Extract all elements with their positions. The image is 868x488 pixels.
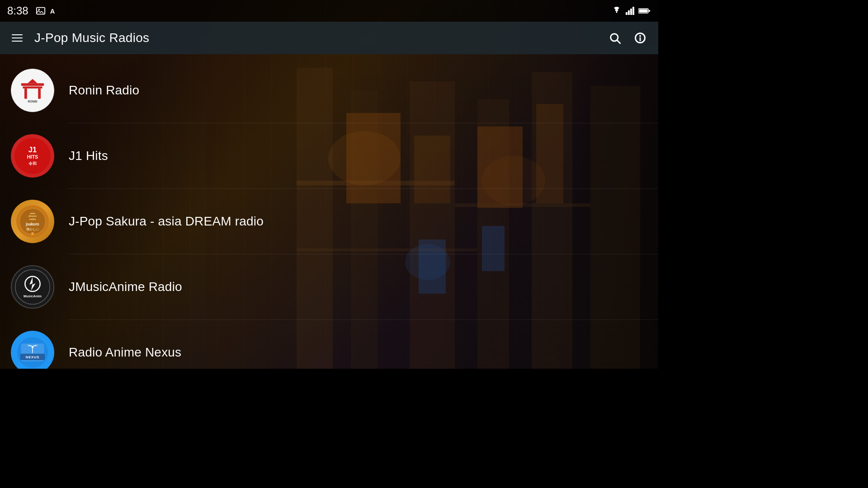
radio-item-jmusic[interactable]: MusicAnim JMusicAnime Radio [0, 254, 658, 319]
menu-line-1 [12, 34, 23, 35]
svg-text:asia: asia [30, 212, 35, 215]
radio-list: RONIN Ronin Radio J1 HITS 令和 J1 Hits [0, 54, 658, 369]
svg-rect-28 [649, 10, 650, 12]
avatar-nexus: NEXUS [11, 331, 54, 369]
text-icon: A [48, 6, 58, 16]
radio-item-ronin[interactable]: RONIN Ronin Radio [0, 58, 658, 123]
status-icons-left: A [36, 6, 58, 16]
svg-rect-23 [628, 10, 630, 15]
wifi-icon [611, 6, 622, 15]
svg-rect-37 [24, 89, 27, 99]
status-time: 8:38 [7, 5, 28, 17]
svg-point-51 [31, 232, 34, 235]
svg-text:dream: dream [28, 215, 37, 217]
svg-text:HITS: HITS [27, 154, 38, 160]
avatar-j1hits: J1 HITS 令和 [11, 134, 54, 178]
svg-point-60 [32, 347, 33, 348]
svg-text:jsakuro: jsakuro [25, 222, 39, 226]
svg-rect-35 [21, 83, 44, 86]
svg-rect-25 [632, 7, 634, 15]
status-bar-right [611, 6, 651, 15]
app-title: J-Pop Music Radios [34, 31, 604, 45]
svg-line-30 [617, 40, 620, 43]
signal-icon [626, 6, 635, 15]
info-button[interactable] [629, 27, 651, 49]
svg-text:RONIN: RONIN [28, 100, 38, 103]
avatar-sakura: asia dream radio jsakuro 懐かしい [11, 200, 54, 243]
app-bar-actions [604, 27, 651, 49]
menu-line-2 [12, 38, 23, 38]
menu-line-3 [12, 41, 23, 42]
svg-rect-27 [639, 9, 648, 13]
svg-text:懐かしい: 懐かしい [26, 227, 39, 231]
svg-point-20 [38, 9, 40, 10]
search-button[interactable] [604, 27, 626, 49]
svg-text:A: A [50, 8, 55, 15]
search-icon [609, 32, 621, 44]
radio-name-j1hits: J1 Hits [69, 149, 108, 163]
radio-name-nexus: Radio Anime Nexus [69, 345, 181, 360]
svg-rect-36 [23, 86, 42, 88]
svg-text:令和: 令和 [28, 161, 37, 166]
radio-name-sakura: J-Pop Sakura - asia DREAM radio [69, 214, 264, 229]
battery-icon [638, 7, 651, 15]
menu-button[interactable] [7, 28, 27, 48]
avatar-jmusic: MusicAnim [11, 265, 54, 309]
svg-text:J1: J1 [28, 145, 37, 154]
radio-name-jmusic: JMusicAnime Radio [69, 280, 182, 294]
app-bar: J-Pop Music Radios [0, 22, 658, 54]
status-bar: 8:38 A [0, 0, 658, 22]
svg-text:MusicAnim: MusicAnim [24, 294, 42, 298]
radio-item-j1hits[interactable]: J1 HITS 令和 J1 Hits [0, 123, 658, 188]
svg-rect-24 [630, 9, 632, 15]
radio-item-sakura[interactable]: asia dream radio jsakuro 懐かしい J-Pop Saku… [0, 189, 658, 254]
image-icon [36, 6, 46, 16]
avatar-ronin: RONIN [11, 69, 54, 112]
svg-text:NEXUS: NEXUS [26, 355, 39, 359]
status-bar-left: 8:38 A [7, 5, 58, 17]
svg-rect-22 [626, 12, 627, 15]
radio-item-nexus[interactable]: NEXUS Radio Anime Nexus [0, 320, 658, 369]
info-icon [634, 32, 646, 44]
svg-text:radio: radio [29, 218, 36, 221]
radio-name-ronin: Ronin Radio [69, 83, 139, 98]
svg-rect-38 [38, 89, 41, 99]
